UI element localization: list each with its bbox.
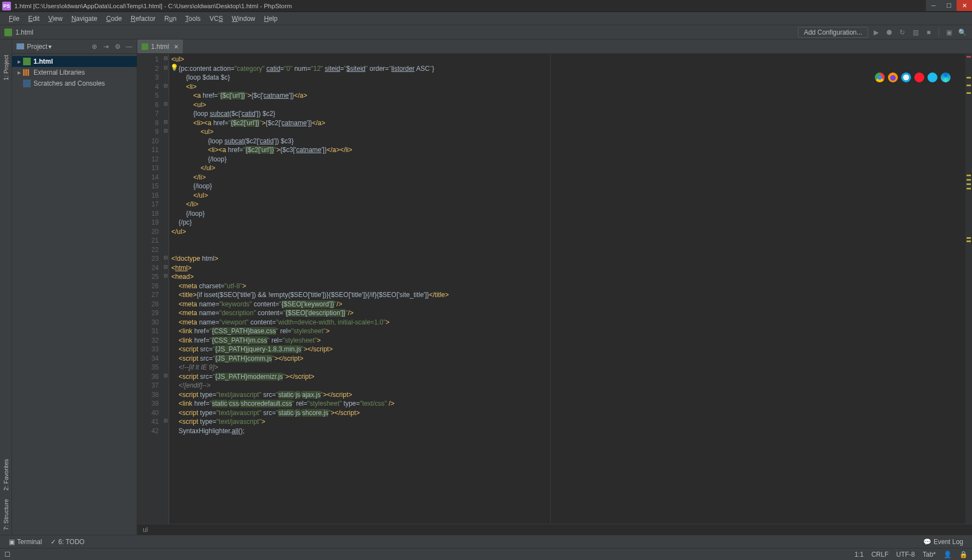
code-line[interactable]: {/loop} bbox=[171, 155, 965, 164]
debug-icon[interactable]: ⬢ bbox=[884, 27, 895, 38]
warning-marker[interactable] bbox=[967, 240, 971, 242]
lock-icon[interactable]: 🔒 bbox=[959, 551, 968, 558]
edge-icon[interactable] bbox=[941, 72, 951, 82]
breadcrumb-item[interactable]: ul bbox=[143, 526, 148, 534]
menu-view[interactable]: View bbox=[44, 15, 67, 23]
code-line[interactable]: {loop subcat($c['catid']) $c2} bbox=[171, 109, 965, 119]
layout-icon[interactable]: ▣ bbox=[943, 27, 954, 38]
todo-tab[interactable]: ✓ 6: TODO bbox=[46, 538, 89, 546]
menu-window[interactable]: Window bbox=[227, 15, 260, 23]
navbar-file[interactable]: 1.html bbox=[15, 29, 33, 36]
ie-icon[interactable] bbox=[928, 72, 937, 82]
code-line[interactable]: {/loop} bbox=[171, 209, 965, 219]
code-line[interactable]: <script type="text/javascript" src="stat… bbox=[171, 390, 965, 400]
warning-marker[interactable] bbox=[967, 179, 971, 181]
code-area[interactable]: <ul> {pc:content action="category" catid… bbox=[169, 54, 965, 524]
warning-marker[interactable] bbox=[967, 175, 971, 176]
code-line[interactable]: <ul> bbox=[171, 127, 965, 137]
tab-favorites[interactable]: 2: Favorites bbox=[2, 455, 10, 495]
code-line[interactable]: <script type="text/javascript" src="stat… bbox=[171, 408, 965, 418]
menu-tools[interactable]: Tools bbox=[181, 15, 205, 23]
safari-icon[interactable] bbox=[901, 72, 911, 82]
code-line[interactable]: <meta name="description" content="{$SEO[… bbox=[171, 309, 965, 318]
tree-item-root[interactable]: ▸ 1.html bbox=[12, 56, 137, 67]
run-icon[interactable]: ▶ bbox=[870, 27, 881, 38]
code-line[interactable]: <ul> bbox=[171, 55, 965, 64]
menu-run[interactable]: Run bbox=[160, 15, 181, 23]
code-line[interactable]: <meta charset="utf-8"> bbox=[171, 282, 965, 291]
breadcrumb[interactable]: ul bbox=[137, 524, 972, 535]
code-line[interactable]: SyntaxHighlighter.all(); bbox=[171, 427, 965, 436]
warning-marker[interactable] bbox=[967, 77, 971, 79]
code-line[interactable]: </li> bbox=[171, 200, 965, 209]
warning-marker[interactable] bbox=[967, 85, 971, 86]
code-line[interactable]: </ul> bbox=[171, 191, 965, 200]
maximize-button[interactable]: ☐ bbox=[941, 0, 957, 11]
menu-help[interactable]: Help bbox=[260, 15, 282, 23]
code-line[interactable]: <ul> bbox=[171, 100, 965, 110]
menu-vcs[interactable]: VCS bbox=[205, 15, 227, 23]
tab-structure[interactable]: 7: Structure bbox=[2, 495, 10, 535]
menu-refactor[interactable]: Refactor bbox=[126, 15, 160, 23]
locate-icon[interactable]: ⊕ bbox=[90, 42, 99, 51]
code-line[interactable]: <!doctype html> bbox=[171, 254, 965, 264]
code-line[interactable]: <li> bbox=[171, 82, 965, 92]
code-line[interactable]: <a href="{$c['url']}">{$c['catname']}</a… bbox=[171, 91, 965, 100]
code-line[interactable]: <link href="{CSS_PATH}m.css" rel="styles… bbox=[171, 336, 965, 345]
chevron-down-icon[interactable]: ▾ bbox=[48, 43, 52, 51]
code-line[interactable]: </ul> bbox=[171, 227, 965, 237]
line-separator[interactable]: CRLF bbox=[872, 551, 889, 558]
gear-icon[interactable]: ⚙ bbox=[113, 42, 122, 51]
menu-code[interactable]: Code bbox=[102, 15, 126, 23]
code-line[interactable]: <!--[if lt IE 9]> bbox=[171, 363, 965, 372]
code-line[interactable]: <script src="{JS_PATH}jquery-1.8.3.min.j… bbox=[171, 345, 965, 354]
tree-item-scratches[interactable]: Scratches and Consoles bbox=[12, 78, 137, 89]
code-line[interactable]: {loop $data $c} bbox=[171, 73, 965, 82]
editor-body[interactable]: 1234567891011121314151617181920212223242… bbox=[137, 54, 972, 524]
firefox-icon[interactable] bbox=[888, 72, 898, 82]
event-log-tab[interactable]: 💬 Event Log bbox=[919, 538, 968, 546]
code-line[interactable]: {/loop} bbox=[171, 182, 965, 191]
code-line[interactable]: <meta name="viewport" content="width=dev… bbox=[171, 318, 965, 327]
code-line[interactable]: <link href="static/css/shcoredefault.css… bbox=[171, 399, 965, 408]
code-line[interactable]: <li><a href="{$c2['url']}">{$c3['catname… bbox=[171, 145, 965, 155]
code-line[interactable]: {loop subcat($c2['catid']) $c3} bbox=[171, 137, 965, 146]
error-stripe[interactable] bbox=[965, 54, 972, 524]
cursor-position[interactable]: 1:1 bbox=[854, 551, 864, 558]
warning-marker[interactable] bbox=[967, 237, 971, 239]
warning-marker[interactable] bbox=[967, 183, 971, 185]
expand-icon[interactable]: ⇥ bbox=[102, 42, 110, 51]
project-panel-title[interactable]: Project bbox=[27, 43, 47, 51]
opera-icon[interactable] bbox=[914, 72, 924, 82]
indent[interactable]: Tab* bbox=[923, 551, 936, 558]
menu-edit[interactable]: Edit bbox=[24, 15, 44, 23]
tab-1html[interactable]: 1.html × bbox=[137, 40, 183, 53]
code-line[interactable]: <link href="{CSS_PATH}base.css" rel="sty… bbox=[171, 327, 965, 336]
terminal-tab[interactable]: ▣ Terminal bbox=[4, 538, 46, 546]
inspection-icon[interactable]: 👤 bbox=[943, 551, 952, 558]
close-icon[interactable]: × bbox=[174, 42, 178, 51]
warning-marker[interactable] bbox=[967, 92, 971, 94]
add-configuration-button[interactable]: Add Configuration... bbox=[798, 27, 868, 38]
encoding[interactable]: UTF-8 bbox=[896, 551, 915, 558]
error-marker[interactable] bbox=[967, 56, 971, 58]
code-line[interactable]: </ul> bbox=[171, 164, 965, 173]
intention-bulb-icon[interactable] bbox=[170, 63, 178, 71]
code-line[interactable]: <title>{if isset($SEO['title']) && !empt… bbox=[171, 290, 965, 300]
code-line[interactable] bbox=[171, 236, 965, 245]
coverage-icon[interactable]: ↻ bbox=[897, 27, 908, 38]
hide-icon[interactable]: — bbox=[125, 42, 133, 51]
code-line[interactable]: {pc:content action="category" catid="0" … bbox=[171, 64, 965, 74]
code-line[interactable]: <script src="{JS_PATH}comm.js"></script> bbox=[171, 354, 965, 363]
code-line[interactable]: <meta name="keywords" content="{$SEO['ke… bbox=[171, 300, 965, 309]
toolwindows-icon[interactable]: ☐ bbox=[4, 551, 10, 558]
minimize-button[interactable]: ─ bbox=[926, 0, 941, 11]
menu-navigate[interactable]: Navigate bbox=[67, 15, 102, 23]
code-line[interactable]: </li> bbox=[171, 173, 965, 182]
tree-item-external[interactable]: ▸ External Libraries bbox=[12, 67, 137, 78]
code-line[interactable]: <script type="text/javascript"> bbox=[171, 417, 965, 427]
code-line[interactable]: <head> bbox=[171, 272, 965, 282]
code-line[interactable] bbox=[171, 245, 965, 255]
warning-marker[interactable] bbox=[967, 188, 971, 189]
code-line[interactable]: <![endif]--> bbox=[171, 381, 965, 390]
